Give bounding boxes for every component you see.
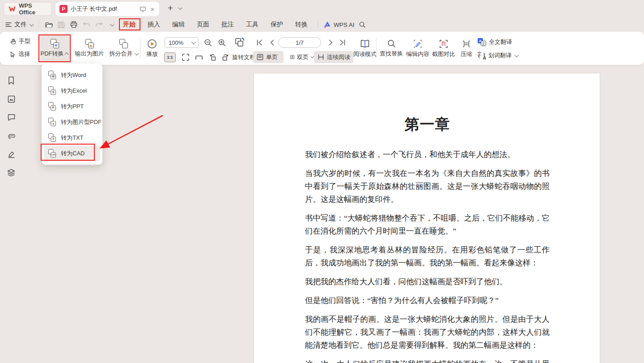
hand-tool-button[interactable]: 手型: [8, 36, 32, 47]
continuous-read-button[interactable]: 连续阅读: [314, 51, 353, 63]
new-tab-button[interactable]: +: [165, 3, 176, 13]
pdf-convert-button[interactable]: W PDF转换: [40, 34, 69, 62]
doc-paragraph: 于是，我深深地思考着丛林的冒险经历。在用彩色铅笔做了一些工作后，我成功地画出了我…: [305, 243, 550, 269]
screenshot-compare-label: 截图对比: [432, 50, 455, 58]
layers-icon[interactable]: [6, 167, 17, 178]
rotate-pages-icon[interactable]: [234, 37, 246, 48]
comments-icon[interactable]: [6, 112, 17, 123]
play-icon: [147, 39, 157, 49]
file-menu[interactable]: 文件: [14, 21, 27, 29]
tab-list-chevron-icon[interactable]: [178, 5, 182, 10]
chevron-down-icon: [134, 51, 139, 56]
undo-button[interactable]: [80, 19, 92, 30]
tab-page[interactable]: 页面: [197, 21, 209, 29]
thumbnails-icon[interactable]: [6, 94, 17, 104]
menu-item-label: 转为TXT: [61, 134, 84, 142]
book-icon: [360, 39, 370, 49]
export-image-button[interactable]: 输出为图片: [72, 34, 107, 62]
pdf-file-icon: P: [59, 5, 68, 13]
search-icon[interactable]: [356, 19, 368, 30]
full-translate-label: 全文翻译: [489, 38, 512, 46]
rotate-left-button[interactable]: [205, 51, 220, 63]
continuous-read-label: 连续阅读: [327, 53, 350, 61]
more-actions-chevron-icon[interactable]: [106, 19, 117, 30]
select-tool-button[interactable]: 选择: [8, 49, 32, 60]
tab-convert[interactable]: 转换: [295, 21, 308, 29]
ribbon-tabs: 开始 插入 编辑 页面 批注 工具 保护 转换: [123, 18, 308, 31]
menu-item-to-excel[interactable]: S 转为Excel: [44, 83, 100, 98]
doc-paragraph: 我把我的杰作给大人们看，问他们这幅画是否吓到了他们。: [305, 275, 550, 288]
actual-size-button[interactable]: 1:1: [163, 51, 177, 63]
tab-insert[interactable]: 插入: [148, 21, 160, 29]
read-mode-label: 阅读模式: [353, 50, 377, 58]
first-page-button[interactable]: [255, 38, 264, 47]
next-page-button[interactable]: [326, 38, 335, 47]
rotate-left-icon: [208, 53, 217, 62]
divider: [114, 21, 114, 29]
menu-item-to-image-pdf[interactable]: ▲ 转为图片型PDF: [44, 114, 100, 130]
edit-content-icon: [413, 39, 423, 49]
word-translate-label: 划词翻译: [488, 51, 512, 60]
open-file-button[interactable]: [43, 19, 55, 30]
monitor-icon[interactable]: [140, 6, 146, 12]
tab-home[interactable]: 开始: [123, 21, 136, 29]
page-indicator-input[interactable]: 1/7: [278, 37, 321, 48]
tab-comment[interactable]: 批注: [221, 21, 234, 29]
compress-label: 压缩: [461, 50, 472, 58]
signature-icon[interactable]: [6, 149, 17, 159]
find-replace-button[interactable]: 查找替换: [378, 34, 404, 62]
split-merge-button[interactable]: 拆分合并: [109, 34, 138, 62]
document-tab[interactable]: P 小王子 长中文.pdf ×: [55, 2, 159, 16]
menu-item-label: 转为Word: [61, 71, 86, 79]
screenshot-compare-icon: [439, 39, 449, 49]
last-page-button[interactable]: [338, 38, 347, 47]
single-page-button[interactable]: 单页: [253, 51, 284, 63]
pdf-page[interactable]: 第一章 我们被介绍给叙述者，一个飞行员，和他关于成年人的想法。 当我六岁的时候，…: [254, 73, 600, 363]
zoom-level-select[interactable]: 100%: [165, 37, 199, 48]
select-tool-label: 选择: [18, 50, 30, 58]
menu-item-label: 转为PPT: [61, 102, 84, 111]
pdf-convert-label: PDF转换: [41, 50, 64, 58]
tab-edit[interactable]: 编辑: [172, 21, 185, 29]
fit-width-button[interactable]: [191, 51, 207, 63]
continuous-read-icon: [317, 53, 325, 61]
menu-item-to-ppt[interactable]: P 转为PPT: [44, 98, 100, 114]
menu-item-to-word[interactable]: W 转为Word: [44, 67, 100, 83]
play-button[interactable]: 播放: [142, 34, 162, 62]
menu-item-to-cad[interactable]: CAD 转为CAD: [44, 145, 100, 161]
screenshot-compare-button[interactable]: 截图对比: [431, 34, 457, 62]
print-button[interactable]: [68, 19, 80, 30]
document-tab-title: 小王子 长中文.pdf: [71, 5, 136, 13]
tab-protect[interactable]: 保护: [271, 21, 283, 29]
compress-button[interactable]: 压缩: [458, 34, 475, 62]
zoom-in-button[interactable]: [217, 38, 226, 47]
wps-ai-button[interactable]: WPS AI: [324, 20, 355, 30]
play-label: 播放: [146, 50, 158, 58]
find-replace-label: 查找替换: [380, 50, 403, 58]
previous-page-button[interactable]: [267, 38, 276, 47]
zoom-out-button[interactable]: [203, 38, 212, 47]
save-button[interactable]: [55, 19, 67, 30]
edit-content-button[interactable]: 编辑内容: [405, 34, 431, 62]
tab-tools[interactable]: 工具: [246, 21, 258, 29]
menu-item-to-txt[interactable]: T 转为TXT: [44, 130, 100, 145]
fit-page-button[interactable]: [178, 51, 193, 63]
divider: [376, 38, 377, 58]
menu-item-label: 转为Excel: [61, 87, 87, 95]
hand-tool-label: 手型: [19, 37, 30, 45]
read-mode-button[interactable]: 阅读模式: [352, 34, 378, 62]
to-txt-icon: T: [48, 133, 56, 142]
word-translate-button[interactable]: 文A 划词翻译: [478, 50, 517, 61]
bookmarks-icon[interactable]: [6, 75, 17, 86]
wps-logo-icon: [8, 5, 16, 13]
page-indicator-value: 1/7: [296, 39, 304, 46]
find-replace-icon: [387, 39, 396, 48]
hamburger-menu-icon[interactable]: [5, 22, 12, 27]
wps-home-button[interactable]: WPS Office: [4, 2, 52, 16]
close-tab-icon[interactable]: ×: [149, 5, 155, 13]
divider: [318, 21, 318, 29]
attachments-icon[interactable]: [6, 130, 17, 141]
redo-button[interactable]: [93, 19, 105, 30]
full-translate-button[interactable]: A文 全文翻译: [478, 36, 512, 48]
double-page-button[interactable]: 双页: [287, 51, 316, 63]
